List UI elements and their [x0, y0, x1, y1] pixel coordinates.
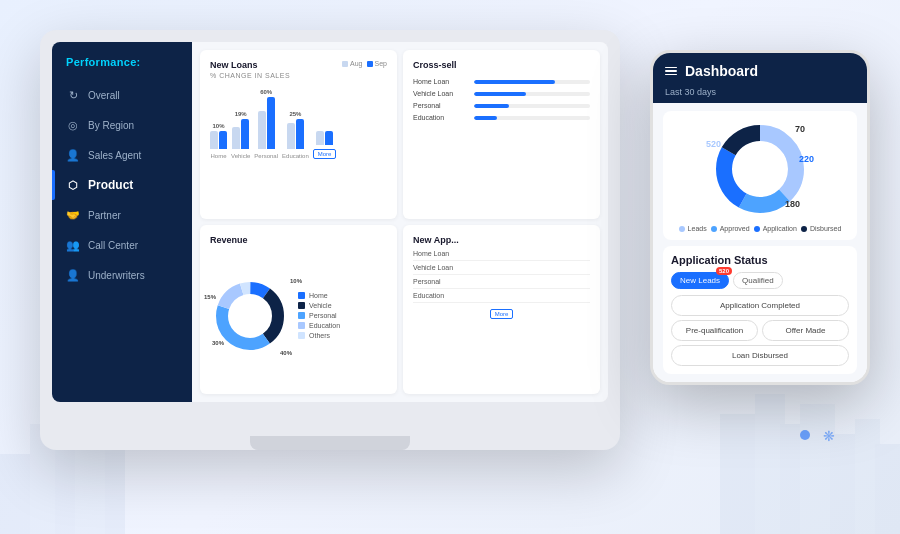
crosssell-education-bar [474, 116, 590, 120]
app-status-title: Application Status [671, 254, 849, 266]
bar-home-label: 10% [212, 123, 224, 129]
crosssell-vehicle-label: Vehicle Loan [413, 90, 468, 97]
svg-rect-5 [720, 414, 760, 534]
cross-sell-card: Cross-sell Home Loan Vehicle Loan [403, 50, 600, 219]
btn-pre-qualification[interactable]: Pre-qualification [671, 320, 758, 341]
sidebar-item-underwriters[interactable]: 👤 Underwriters [52, 260, 192, 290]
location-icon: ◎ [66, 118, 80, 132]
bar-chart: 10% Home 19% [210, 89, 387, 159]
btn-application-completed[interactable]: Application Completed [671, 295, 849, 316]
status-tabs: New Leads 520 Qualified [671, 272, 849, 289]
sidebar-item-overall[interactable]: ↻ Overall [52, 80, 192, 110]
underwriters-icon: 👤 [66, 268, 80, 282]
btn-offer-made[interactable]: Offer Made [762, 320, 849, 341]
svg-rect-4 [105, 444, 125, 534]
laptop-frame: Performance: ↻ Overall ◎ By Region 👤 Sal… [40, 30, 620, 450]
legend-personal-label: Personal [309, 312, 337, 319]
bar-education-name: Education [282, 153, 309, 159]
crosssell-home-label: Home Loan [413, 78, 468, 85]
crosssell-education-fill [474, 116, 497, 120]
tab-qualified[interactable]: Qualified [733, 272, 783, 289]
crosssell-home-bar [474, 80, 590, 84]
newapps-vehicle: Vehicle Loan [413, 261, 590, 275]
donut-val-220: 220 [799, 154, 814, 164]
product-icon: ⬡ [66, 178, 80, 192]
sidebar-label-product: Product [88, 178, 133, 192]
newapps-title: New App... [413, 235, 590, 245]
bar-vehicle-aug [232, 127, 240, 149]
refresh-icon: ↻ [66, 88, 80, 102]
legend-personal: Personal [298, 312, 340, 319]
newapps-education: Education [413, 289, 590, 303]
legend-home-dot [298, 292, 305, 299]
bar-personal: 60% Personal [254, 89, 278, 159]
menu-icon[interactable] [665, 67, 677, 76]
phone-donut-container: 70 220 180 520 [710, 119, 810, 219]
bar-education-sep [296, 119, 304, 149]
sep-dot [367, 61, 373, 67]
phone-legend-application: Application [754, 225, 797, 232]
legend-home-label: Home [309, 292, 328, 299]
sep-tag: Sep [367, 60, 387, 67]
phone-donut-section: 70 220 180 520 Leads Approved Applicatio… [663, 111, 857, 240]
phone-legend-leads-label: Leads [688, 225, 707, 232]
legend-education-label: Education [309, 322, 340, 329]
sidebar-label-sales-agent: Sales Agent [88, 150, 141, 161]
sidebar-item-call-center[interactable]: 👥 Call Center [52, 230, 192, 260]
app-status-section: Application Status New Leads 520 Qualifi… [663, 246, 857, 374]
user-icon: 👤 [66, 148, 80, 162]
deco-circle-2 [800, 430, 810, 440]
crosssell-vehicle-bar [474, 92, 590, 96]
bar-personal-label: 60% [260, 89, 272, 95]
donut-val-520: 520 [706, 139, 721, 149]
bar-education-label: 25% [289, 111, 301, 117]
tab-new-leads[interactable]: New Leads 520 [671, 272, 729, 289]
sidebar-label-by-region: By Region [88, 120, 134, 131]
bar-more-bars [316, 131, 333, 145]
crosssell-vehicle: Vehicle Loan [413, 90, 590, 97]
bar-home: 10% Home [210, 123, 227, 159]
newapps-more[interactable]: More [413, 309, 590, 318]
revenue-donut: 10% 30% 40% 15% [210, 276, 290, 356]
partner-icon: 🤝 [66, 208, 80, 222]
new-leads-badge: 520 [716, 267, 732, 275]
crosssell-education: Education [413, 114, 590, 121]
bar-education-aug [287, 123, 295, 149]
crosssell-title: Cross-sell [413, 60, 590, 70]
legend-others-label: Others [309, 332, 330, 339]
sidebar-label-call-center: Call Center [88, 240, 138, 251]
more-button[interactable]: More [313, 149, 337, 159]
bar-vehicle-sep [241, 119, 249, 149]
laptop-base [250, 436, 410, 450]
status-buttons: Application Completed Pre-qualification … [671, 295, 849, 366]
newapps-more-btn[interactable]: More [490, 309, 514, 319]
legend-vehicle: Vehicle [298, 302, 340, 309]
legend-vehicle-label: Vehicle [309, 302, 332, 309]
sidebar-item-partner[interactable]: 🤝 Partner [52, 200, 192, 230]
sidebar-item-sales-agent[interactable]: 👤 Sales Agent [52, 140, 192, 170]
phone-subtitle: Last 30 days [653, 87, 867, 103]
newapps-home-label: Home Loan [413, 250, 449, 257]
crosssell-personal: Personal [413, 102, 590, 109]
bar-home-aug [210, 131, 218, 149]
btn-loan-disbursed[interactable]: Loan Disbursed [671, 345, 849, 366]
phone: Dashboard Last 30 days 70 [650, 50, 870, 385]
legend-others-dot [298, 332, 305, 339]
call-center-icon: 👥 [66, 238, 80, 252]
phone-legend-disbursed-dot [801, 226, 807, 232]
phone-legend-application-label: Application [763, 225, 797, 232]
phone-legend: Leads Approved Application Disbursed [671, 225, 849, 232]
revenue-legend: Home Vehicle Personal [298, 292, 340, 339]
menu-line-2 [665, 70, 677, 72]
status-btn-row-1: Pre-qualification Offer Made [671, 320, 849, 341]
sidebar-item-by-region[interactable]: ◎ By Region [52, 110, 192, 140]
aug-label: Aug [350, 60, 362, 67]
phone-legend-leads: Leads [679, 225, 707, 232]
crosssell-personal-bar [474, 104, 590, 108]
bar-vehicle-label: 19% [235, 111, 247, 117]
sidebar: Performance: ↻ Overall ◎ By Region 👤 Sal… [52, 42, 192, 402]
revenue-body: 10% 30% 40% 15% Home [210, 247, 387, 384]
sidebar-item-product[interactable]: ⬡ Product [52, 170, 192, 200]
sidebar-label-partner: Partner [88, 210, 121, 221]
main-content: New Loans % CHANGE IN SALES Aug Sep [192, 42, 608, 402]
